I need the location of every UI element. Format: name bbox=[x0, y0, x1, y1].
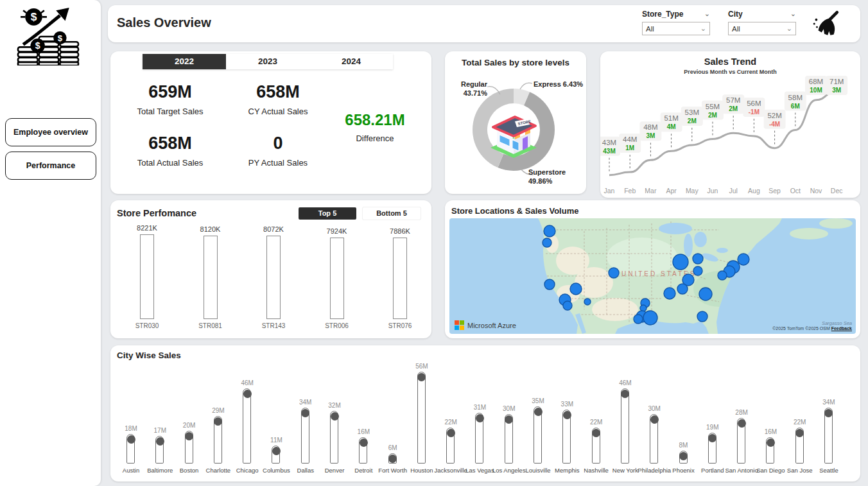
trend-delta-label: 2M bbox=[729, 105, 738, 112]
store-location-bubble[interactable] bbox=[563, 301, 572, 310]
city-bar-dot bbox=[272, 447, 281, 455]
donut-label-express: Express 6.43% bbox=[534, 80, 585, 89]
metric-label: Total Actual Sales bbox=[119, 158, 221, 168]
bar-value-label: 35M bbox=[525, 397, 551, 404]
trend-value-label: 68M bbox=[809, 78, 823, 85]
city-bar[interactable] bbox=[417, 372, 426, 464]
bar-value-label: 17M bbox=[147, 427, 173, 434]
sea-label: Sargasso Sea bbox=[822, 320, 852, 326]
performance-bar[interactable] bbox=[393, 238, 407, 319]
store-location-bubble[interactable] bbox=[542, 238, 551, 247]
store-location-bubble[interactable] bbox=[677, 284, 688, 294]
feedback-link[interactable]: Feedback bbox=[831, 326, 852, 331]
trend-value-label: 48M bbox=[643, 123, 657, 131]
store-location-bubble[interactable] bbox=[664, 288, 675, 299]
donut-label-regular: Regular43.71% bbox=[447, 80, 487, 98]
clear-filters-broom-icon[interactable] bbox=[810, 10, 840, 39]
month-axis-label: Oct bbox=[790, 187, 801, 195]
bar-value-label: 29M bbox=[205, 407, 231, 414]
store-location-bubble[interactable] bbox=[634, 315, 643, 324]
city-bar-dot bbox=[767, 438, 775, 447]
bar-value-label: 8M bbox=[671, 442, 697, 449]
store-location-bubble[interactable] bbox=[544, 225, 555, 237]
performance-bar[interactable] bbox=[204, 236, 218, 319]
chevron-down-icon[interactable]: ⌄ bbox=[790, 10, 796, 19]
store-location-bubble[interactable] bbox=[544, 279, 555, 290]
city-bar-dot bbox=[534, 408, 542, 416]
store-location-bubble[interactable] bbox=[584, 299, 591, 305]
bar-category-label: STR030 bbox=[125, 322, 169, 329]
bar-value-label: 32M bbox=[322, 402, 347, 409]
map-canvas: UNITED STATES bbox=[449, 218, 856, 334]
month-axis-label: Mar bbox=[645, 187, 657, 195]
metric-total-target-sales: 659M Total Target Sales bbox=[119, 82, 221, 116]
bar-value-label: 7886K bbox=[381, 227, 419, 235]
store-location-bubble[interactable] bbox=[693, 254, 703, 264]
bar-value-label: 56M bbox=[409, 363, 435, 370]
bar-category-label: Seattle bbox=[809, 467, 849, 474]
month-axis-label: May bbox=[686, 187, 699, 195]
performance-bar[interactable] bbox=[266, 236, 281, 319]
metric-difference: 658.21M Difference bbox=[324, 111, 426, 143]
filter-city-label: City bbox=[728, 10, 743, 19]
trend-delta-label: 43M bbox=[603, 148, 615, 155]
trend-value-label: 53M bbox=[685, 108, 699, 116]
trend-delta-label: 2M bbox=[688, 117, 697, 125]
bar-value-label: 11M bbox=[263, 437, 289, 444]
tab-2022[interactable]: 2022 bbox=[143, 54, 226, 69]
metric-value: 658M bbox=[227, 82, 329, 102]
store-location-bubble[interactable] bbox=[609, 268, 619, 278]
nav-employee-overview[interactable]: Employee overview bbox=[5, 118, 96, 146]
store-location-bubble[interactable] bbox=[643, 311, 657, 325]
bar-category-label: STR006 bbox=[315, 322, 360, 329]
bar-value-label: 46M bbox=[612, 379, 638, 386]
trend-value-label: 71M bbox=[829, 78, 844, 85]
filter-store-type-value: All bbox=[646, 25, 654, 33]
map-attribution: Sargasso Sea ©2025 TomTom ©2025 OSM Feed… bbox=[772, 321, 852, 331]
bar-value-label: 33M bbox=[554, 401, 580, 408]
bar-value-label: 8072K bbox=[254, 225, 293, 233]
svg-text:$: $ bbox=[31, 10, 37, 23]
us-map[interactable]: UNITED STATES Microsoft Azure Sargasso S… bbox=[449, 218, 856, 334]
metric-value: 658.21M bbox=[324, 111, 426, 129]
chart-title: Total Sales by store levels bbox=[445, 58, 586, 67]
bar-value-label: 6M bbox=[380, 444, 406, 451]
chevron-down-icon[interactable]: ⌄ bbox=[704, 10, 710, 19]
map-card: Store Locations & Sales Volume bbox=[445, 200, 860, 338]
store-location-bubble[interactable] bbox=[570, 283, 582, 295]
performance-bar[interactable] bbox=[330, 238, 344, 319]
store-location-bubble[interactable] bbox=[699, 288, 712, 300]
month-axis-label: Jun bbox=[707, 187, 718, 195]
city-bar-dot bbox=[127, 435, 135, 444]
city-bar[interactable] bbox=[621, 388, 629, 464]
bar-category-label: STR081 bbox=[188, 322, 233, 329]
store-location-bubble[interactable] bbox=[697, 311, 707, 322]
azure-attribution: Microsoft Azure bbox=[455, 320, 516, 330]
filter-city-select[interactable]: All ⌄ bbox=[728, 22, 796, 35]
city-bar-dot bbox=[156, 437, 164, 446]
sidebar: $ $ $ Employee overview Performance bbox=[0, 0, 101, 486]
store-location-bubble[interactable] bbox=[693, 266, 702, 275]
month-axis-label: Dec bbox=[831, 187, 843, 195]
store-location-bubble[interactable] bbox=[718, 271, 727, 280]
sales-trend-card: Sales Trend Previous Month vs Current Mo… bbox=[600, 51, 860, 198]
tab-2024[interactable]: 2024 bbox=[309, 54, 393, 69]
store-performance-card: Store Perfomance Top 5 Bottom 5 8221KSTR… bbox=[110, 200, 431, 338]
bar-value-label: 8120K bbox=[191, 225, 230, 233]
nav-performance[interactable]: Performance bbox=[5, 152, 96, 180]
trend-delta-label: 2M bbox=[708, 112, 717, 119]
metric-value: 658M bbox=[119, 134, 221, 153]
bar-value-label: 16M bbox=[758, 428, 783, 435]
trend-delta-label: 10M bbox=[810, 87, 822, 94]
filter-store-type-select[interactable]: All ⌄ bbox=[642, 22, 710, 35]
store-location-bubble[interactable] bbox=[673, 254, 688, 270]
kpi-card: 2022 2023 2024 659M Total Target Sales 6… bbox=[110, 51, 431, 194]
performance-bar[interactable] bbox=[140, 234, 154, 319]
city-bar-dot bbox=[679, 452, 688, 460]
city-bar[interactable] bbox=[243, 388, 251, 464]
bar-value-label: 19M bbox=[700, 424, 725, 431]
bar-value-label: 18M bbox=[118, 425, 144, 432]
tab-2023[interactable]: 2023 bbox=[226, 54, 309, 69]
chevron-down-icon: ⌄ bbox=[786, 24, 792, 33]
store-location-bubble[interactable] bbox=[738, 254, 749, 265]
